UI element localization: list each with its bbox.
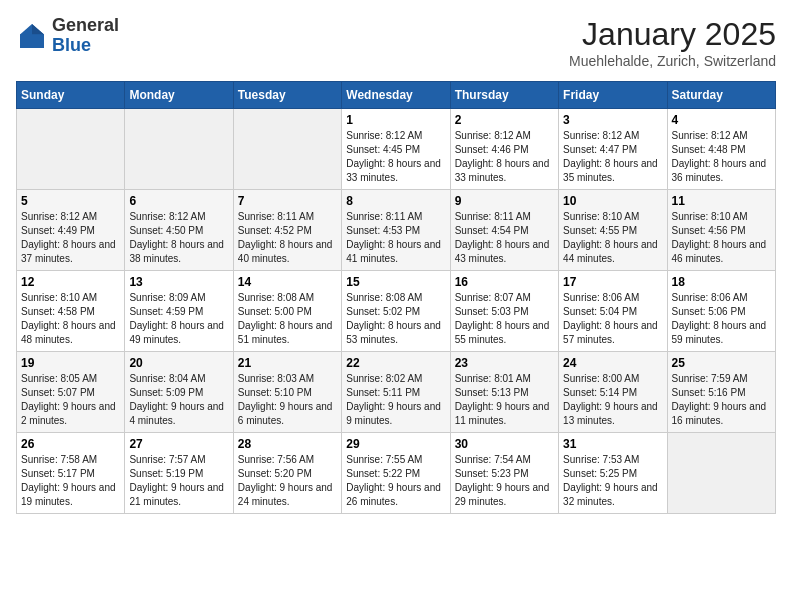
day-number: 9 (455, 194, 554, 208)
day-number: 13 (129, 275, 228, 289)
calendar-cell: 4 Sunrise: 8:12 AMSunset: 4:48 PMDayligh… (667, 109, 775, 190)
day-info: Sunrise: 8:12 AMSunset: 4:50 PMDaylight:… (129, 210, 228, 266)
weekday-header-row: SundayMondayTuesdayWednesdayThursdayFrid… (17, 82, 776, 109)
day-info: Sunrise: 8:06 AMSunset: 5:04 PMDaylight:… (563, 291, 662, 347)
calendar-cell: 7 Sunrise: 8:11 AMSunset: 4:52 PMDayligh… (233, 190, 341, 271)
weekday-header: Friday (559, 82, 667, 109)
day-number: 5 (21, 194, 120, 208)
weekday-header: Saturday (667, 82, 775, 109)
calendar-cell: 16 Sunrise: 8:07 AMSunset: 5:03 PMDaylig… (450, 271, 558, 352)
day-number: 8 (346, 194, 445, 208)
day-number: 17 (563, 275, 662, 289)
day-info: Sunrise: 7:53 AMSunset: 5:25 PMDaylight:… (563, 453, 662, 509)
day-number: 2 (455, 113, 554, 127)
day-number: 10 (563, 194, 662, 208)
location: Muehlehalde, Zurich, Switzerland (569, 53, 776, 69)
day-number: 30 (455, 437, 554, 451)
day-info: Sunrise: 8:00 AMSunset: 5:14 PMDaylight:… (563, 372, 662, 428)
calendar-cell: 21 Sunrise: 8:03 AMSunset: 5:10 PMDaylig… (233, 352, 341, 433)
calendar-cell (233, 109, 341, 190)
calendar-cell: 23 Sunrise: 8:01 AMSunset: 5:13 PMDaylig… (450, 352, 558, 433)
calendar-cell: 5 Sunrise: 8:12 AMSunset: 4:49 PMDayligh… (17, 190, 125, 271)
day-info: Sunrise: 8:11 AMSunset: 4:52 PMDaylight:… (238, 210, 337, 266)
day-info: Sunrise: 7:56 AMSunset: 5:20 PMDaylight:… (238, 453, 337, 509)
logo: General Blue (16, 16, 119, 56)
day-number: 26 (21, 437, 120, 451)
weekday-header: Tuesday (233, 82, 341, 109)
day-number: 15 (346, 275, 445, 289)
calendar-cell: 19 Sunrise: 8:05 AMSunset: 5:07 PMDaylig… (17, 352, 125, 433)
calendar-cell: 2 Sunrise: 8:12 AMSunset: 4:46 PMDayligh… (450, 109, 558, 190)
calendar-week-row: 1 Sunrise: 8:12 AMSunset: 4:45 PMDayligh… (17, 109, 776, 190)
day-info: Sunrise: 8:01 AMSunset: 5:13 PMDaylight:… (455, 372, 554, 428)
calendar-cell: 8 Sunrise: 8:11 AMSunset: 4:53 PMDayligh… (342, 190, 450, 271)
day-number: 3 (563, 113, 662, 127)
day-info: Sunrise: 8:08 AMSunset: 5:02 PMDaylight:… (346, 291, 445, 347)
calendar-cell: 25 Sunrise: 7:59 AMSunset: 5:16 PMDaylig… (667, 352, 775, 433)
calendar-cell: 20 Sunrise: 8:04 AMSunset: 5:09 PMDaylig… (125, 352, 233, 433)
day-info: Sunrise: 8:12 AMSunset: 4:45 PMDaylight:… (346, 129, 445, 185)
day-number: 31 (563, 437, 662, 451)
day-info: Sunrise: 8:12 AMSunset: 4:48 PMDaylight:… (672, 129, 771, 185)
calendar-cell: 10 Sunrise: 8:10 AMSunset: 4:55 PMDaylig… (559, 190, 667, 271)
day-number: 11 (672, 194, 771, 208)
day-number: 19 (21, 356, 120, 370)
logo-blue: Blue (52, 35, 91, 55)
month-title: January 2025 (569, 16, 776, 53)
day-info: Sunrise: 7:55 AMSunset: 5:22 PMDaylight:… (346, 453, 445, 509)
day-number: 20 (129, 356, 228, 370)
title-block: January 2025 Muehlehalde, Zurich, Switze… (569, 16, 776, 69)
weekday-header: Monday (125, 82, 233, 109)
logo-icon (16, 20, 48, 52)
weekday-header: Thursday (450, 82, 558, 109)
calendar-cell (125, 109, 233, 190)
calendar-cell (667, 433, 775, 514)
day-number: 16 (455, 275, 554, 289)
page-header: General Blue January 2025 Muehlehalde, Z… (16, 16, 776, 69)
calendar-cell: 28 Sunrise: 7:56 AMSunset: 5:20 PMDaylig… (233, 433, 341, 514)
weekday-header: Sunday (17, 82, 125, 109)
svg-rect-2 (20, 34, 44, 48)
calendar-cell: 15 Sunrise: 8:08 AMSunset: 5:02 PMDaylig… (342, 271, 450, 352)
calendar-cell: 27 Sunrise: 7:57 AMSunset: 5:19 PMDaylig… (125, 433, 233, 514)
day-number: 22 (346, 356, 445, 370)
calendar-week-row: 26 Sunrise: 7:58 AMSunset: 5:17 PMDaylig… (17, 433, 776, 514)
calendar-cell: 6 Sunrise: 8:12 AMSunset: 4:50 PMDayligh… (125, 190, 233, 271)
calendar-cell: 30 Sunrise: 7:54 AMSunset: 5:23 PMDaylig… (450, 433, 558, 514)
calendar-cell: 31 Sunrise: 7:53 AMSunset: 5:25 PMDaylig… (559, 433, 667, 514)
day-info: Sunrise: 8:10 AMSunset: 4:58 PMDaylight:… (21, 291, 120, 347)
calendar-cell: 29 Sunrise: 7:55 AMSunset: 5:22 PMDaylig… (342, 433, 450, 514)
day-info: Sunrise: 8:10 AMSunset: 4:55 PMDaylight:… (563, 210, 662, 266)
day-info: Sunrise: 8:07 AMSunset: 5:03 PMDaylight:… (455, 291, 554, 347)
day-number: 29 (346, 437, 445, 451)
day-number: 7 (238, 194, 337, 208)
calendar-cell: 17 Sunrise: 8:06 AMSunset: 5:04 PMDaylig… (559, 271, 667, 352)
calendar-cell: 9 Sunrise: 8:11 AMSunset: 4:54 PMDayligh… (450, 190, 558, 271)
day-number: 28 (238, 437, 337, 451)
day-number: 6 (129, 194, 228, 208)
day-number: 23 (455, 356, 554, 370)
calendar-cell (17, 109, 125, 190)
calendar-cell: 18 Sunrise: 8:06 AMSunset: 5:06 PMDaylig… (667, 271, 775, 352)
day-number: 12 (21, 275, 120, 289)
calendar-table: SundayMondayTuesdayWednesdayThursdayFrid… (16, 81, 776, 514)
day-info: Sunrise: 8:08 AMSunset: 5:00 PMDaylight:… (238, 291, 337, 347)
calendar-cell: 26 Sunrise: 7:58 AMSunset: 5:17 PMDaylig… (17, 433, 125, 514)
calendar-cell: 22 Sunrise: 8:02 AMSunset: 5:11 PMDaylig… (342, 352, 450, 433)
day-number: 25 (672, 356, 771, 370)
calendar-cell: 24 Sunrise: 8:00 AMSunset: 5:14 PMDaylig… (559, 352, 667, 433)
calendar-cell: 3 Sunrise: 8:12 AMSunset: 4:47 PMDayligh… (559, 109, 667, 190)
day-info: Sunrise: 8:11 AMSunset: 4:54 PMDaylight:… (455, 210, 554, 266)
day-number: 14 (238, 275, 337, 289)
calendar-cell: 11 Sunrise: 8:10 AMSunset: 4:56 PMDaylig… (667, 190, 775, 271)
day-info: Sunrise: 7:59 AMSunset: 5:16 PMDaylight:… (672, 372, 771, 428)
calendar-cell: 1 Sunrise: 8:12 AMSunset: 4:45 PMDayligh… (342, 109, 450, 190)
svg-marker-1 (32, 24, 44, 34)
weekday-header: Wednesday (342, 82, 450, 109)
day-number: 18 (672, 275, 771, 289)
calendar-week-row: 5 Sunrise: 8:12 AMSunset: 4:49 PMDayligh… (17, 190, 776, 271)
day-info: Sunrise: 8:02 AMSunset: 5:11 PMDaylight:… (346, 372, 445, 428)
day-info: Sunrise: 8:10 AMSunset: 4:56 PMDaylight:… (672, 210, 771, 266)
day-info: Sunrise: 7:54 AMSunset: 5:23 PMDaylight:… (455, 453, 554, 509)
logo-text: General Blue (52, 16, 119, 56)
